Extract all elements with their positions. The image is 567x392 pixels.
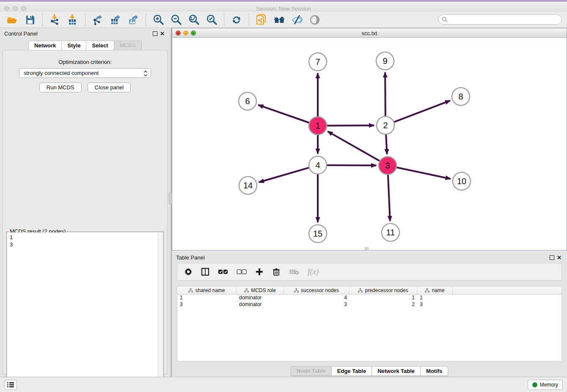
- table-cell[interactable]: 2: [350, 301, 417, 308]
- function-builder-icon[interactable]: f(x): [308, 267, 319, 276]
- graph-edge-2-8[interactable]: [394, 101, 450, 122]
- graph-node-9[interactable]: 9: [376, 52, 394, 70]
- column-header-predecessor-nodes[interactable]: predecessor nodes: [350, 287, 417, 294]
- zoom-in-icon[interactable]: [152, 14, 165, 26]
- table-row[interactable]: 3dominator323: [177, 301, 561, 308]
- search-input[interactable]: [438, 14, 562, 25]
- export-network-icon[interactable]: [91, 14, 104, 26]
- column-header-MCDS-role[interactable]: MCDS role: [237, 287, 284, 294]
- table-close-panel-icon[interactable]: ✕: [557, 254, 561, 261]
- tab-network[interactable]: Network: [28, 41, 62, 50]
- tab-motifs[interactable]: Motifs: [421, 366, 448, 376]
- open-session-icon[interactable]: [6, 14, 19, 26]
- column-header-successor-nodes[interactable]: successor nodes: [284, 287, 350, 294]
- table-cell[interactable]: 3: [417, 301, 453, 308]
- graph-node-2[interactable]: 2: [377, 116, 394, 134]
- graph-edge-4-3[interactable]: [327, 165, 376, 166]
- column-type-icon: [425, 288, 429, 293]
- graph-node-7[interactable]: 7: [309, 53, 327, 71]
- network-window-titlebar[interactable]: x − + scc.txt: [172, 28, 567, 38]
- add-row-icon[interactable]: [255, 268, 264, 276]
- import-table-icon[interactable]: [66, 14, 79, 26]
- tab-network-table[interactable]: Network Table: [372, 366, 421, 376]
- graph-node-15[interactable]: 15: [309, 225, 327, 243]
- table-float-panel-icon[interactable]: [550, 255, 554, 260]
- table-row[interactable]: 1dominator411: [177, 295, 561, 301]
- hide-details-icon[interactable]: [291, 14, 303, 26]
- graph-edge-3-11[interactable]: [388, 175, 390, 221]
- graph-node-4[interactable]: 4: [309, 156, 327, 174]
- graph-edge-4-14[interactable]: [259, 168, 309, 182]
- close-panel-icon[interactable]: ✕: [160, 30, 165, 37]
- zoom-out-icon[interactable]: [170, 14, 182, 26]
- graph-edge-3-10[interactable]: [397, 168, 451, 179]
- new-network-from-file-icon[interactable]: [255, 14, 268, 26]
- graph-edge-2-9[interactable]: [385, 72, 385, 116]
- graph-edge-2-3[interactable]: [386, 135, 387, 154]
- graph-node-11[interactable]: 11: [382, 224, 399, 241]
- network-canvas[interactable]: 7968124314101511: [172, 38, 567, 250]
- table-cell[interactable]: dominator: [237, 301, 284, 308]
- control-panel-title: Control Panel: [4, 30, 38, 37]
- tab-edge-table[interactable]: Edge Table: [332, 366, 372, 376]
- tab-mcds[interactable]: MCDS: [114, 41, 142, 50]
- table-cell[interactable]: 4: [284, 295, 350, 301]
- tab-style[interactable]: Style: [62, 41, 86, 50]
- memory-button[interactable]: Memory: [528, 380, 563, 390]
- graph-node-10[interactable]: 10: [453, 172, 471, 190]
- table-cell[interactable]: 3: [177, 301, 237, 308]
- table-cell[interactable]: dominator: [237, 295, 284, 301]
- show-details-icon[interactable]: [308, 14, 321, 26]
- svg-text:1: 1: [315, 121, 320, 130]
- graph-node-8[interactable]: 8: [452, 88, 470, 105]
- column-type-icon: [244, 288, 249, 293]
- export-table-icon[interactable]: [109, 14, 122, 26]
- table-cell[interactable]: 1: [177, 295, 237, 301]
- run-mcds-button[interactable]: Run MCDS: [39, 83, 82, 92]
- graph-edge-1-6[interactable]: [258, 105, 309, 123]
- graph-node-1[interactable]: 1: [309, 117, 327, 135]
- table-cell[interactable]: 1: [417, 295, 453, 301]
- network-window: x − + scc.txt 7968124314101511: [172, 28, 567, 251]
- import-network-icon[interactable]: [49, 14, 61, 26]
- table-cell[interactable]: 3: [284, 301, 350, 308]
- settings-gear-icon[interactable]: [184, 268, 193, 276]
- home-icon[interactable]: [273, 14, 286, 26]
- graph-edge-3-1[interactable]: [328, 131, 379, 161]
- refresh-icon[interactable]: [230, 14, 243, 26]
- table-cell[interactable]: 1: [350, 295, 417, 301]
- select-all-icon[interactable]: [218, 269, 228, 275]
- export-image-icon[interactable]: [127, 14, 140, 26]
- mcds-result-box: MCDS result (2 nodes) 1 3: [6, 232, 164, 392]
- mcds-result-area[interactable]: 1 3: [7, 232, 163, 392]
- graph-edge-1-2[interactable]: [327, 125, 374, 126]
- graph-node-3[interactable]: 3: [379, 157, 396, 174]
- table-panel-tabs: Node TableEdge TableNetwork TableMotifs: [172, 366, 567, 376]
- deselect-all-icon[interactable]: [237, 269, 247, 275]
- column-header-name[interactable]: name: [417, 287, 453, 294]
- column-type-icon: [358, 288, 363, 293]
- network-graph[interactable]: 7968124314101511: [172, 38, 567, 250]
- table-toolbar: f(x): [177, 263, 562, 281]
- criterion-select[interactable]: strongly connected component: [19, 68, 151, 78]
- zoom-fit-icon[interactable]: [187, 14, 200, 26]
- result-scrollbar[interactable]: [158, 232, 163, 392]
- column-header-shared-name[interactable]: shared name: [177, 287, 237, 294]
- float-panel-icon[interactable]: [153, 31, 157, 36]
- svg-text:15: 15: [313, 229, 322, 238]
- node-table[interactable]: shared nameMCDS rolesuccessor nodesprede…: [177, 286, 562, 362]
- tab-select[interactable]: Select: [86, 41, 114, 50]
- tab-node-table[interactable]: Node Table: [291, 366, 332, 376]
- delete-row-icon[interactable]: [272, 268, 281, 276]
- close-panel-button[interactable]: Close panel: [88, 83, 131, 92]
- canvas-scroll-handle[interactable]: [365, 247, 369, 250]
- task-history-button[interactable]: [4, 380, 17, 390]
- save-session-icon[interactable]: [24, 14, 36, 26]
- column-layout-icon[interactable]: [201, 268, 209, 276]
- memory-label: Memory: [540, 382, 558, 388]
- table-panel: Table Panel ✕: [172, 252, 567, 377]
- graph-node-6[interactable]: 6: [239, 92, 256, 110]
- zoom-selected-icon[interactable]: [205, 14, 218, 26]
- delete-table-icon[interactable]: [289, 268, 299, 275]
- graph-node-14[interactable]: 14: [239, 177, 257, 194]
